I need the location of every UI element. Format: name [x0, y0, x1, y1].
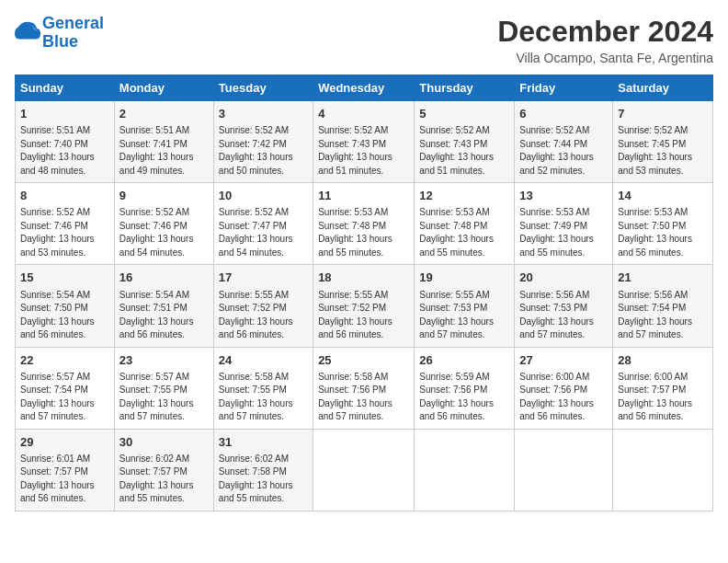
day-info: Sunrise: 5:53 AMSunset: 7:48 PMDaylight:… [318, 206, 409, 259]
day-info: Sunrise: 5:57 AMSunset: 7:55 PMDaylight:… [119, 371, 209, 424]
calendar-cell: 29Sunrise: 6:01 AMSunset: 7:57 PMDayligh… [16, 429, 115, 511]
day-info: Sunrise: 6:01 AMSunset: 7:57 PMDaylight:… [20, 453, 109, 506]
day-info: Sunrise: 5:53 AMSunset: 7:49 PMDaylight:… [519, 206, 608, 259]
day-info: Sunrise: 5:51 AMSunset: 7:40 PMDaylight:… [20, 124, 109, 178]
day-number: 6 [519, 106, 608, 122]
day-number: 9 [119, 188, 209, 204]
calendar-cell [515, 429, 613, 511]
day-number: 1 [20, 106, 109, 122]
calendar-cell: 7Sunrise: 5:52 AMSunset: 7:45 PMDaylight… [613, 101, 713, 183]
calendar-cell: 24Sunrise: 5:58 AMSunset: 7:55 PMDayligh… [213, 347, 313, 429]
calendar-week-row: 1Sunrise: 5:51 AMSunset: 7:40 PMDaylight… [16, 101, 713, 183]
calendar-header-row: Sunday Monday Tuesday Wednesday Thursday… [16, 75, 713, 101]
col-friday: Friday [515, 75, 613, 101]
day-info: Sunrise: 5:58 AMSunset: 7:55 PMDaylight:… [219, 371, 308, 424]
day-info: Sunrise: 5:52 AMSunset: 7:45 PMDaylight:… [618, 124, 708, 178]
day-number: 25 [318, 352, 409, 369]
logo-icon [15, 20, 40, 46]
col-tuesday: Tuesday [213, 75, 313, 101]
calendar-cell: 6Sunrise: 5:52 AMSunset: 7:44 PMDaylight… [515, 101, 613, 183]
day-info: Sunrise: 5:54 AMSunset: 7:51 PMDaylight:… [119, 289, 209, 342]
day-info: Sunrise: 6:00 AMSunset: 7:57 PMDaylight:… [618, 371, 708, 424]
day-info: Sunrise: 5:54 AMSunset: 7:50 PMDaylight:… [20, 289, 109, 342]
calendar-cell: 9Sunrise: 5:52 AMSunset: 7:46 PMDaylight… [114, 183, 213, 265]
calendar-cell [415, 429, 515, 511]
day-number: 15 [20, 270, 109, 286]
calendar-cell: 17Sunrise: 5:55 AMSunset: 7:52 PMDayligh… [213, 265, 313, 347]
calendar-cell: 8Sunrise: 5:52 AMSunset: 7:46 PMDaylight… [16, 183, 115, 265]
calendar-cell: 19Sunrise: 5:55 AMSunset: 7:53 PMDayligh… [415, 265, 515, 347]
day-number: 29 [20, 434, 109, 451]
page-header: General Blue December 2024 Villa Ocampo,… [15, 15, 713, 65]
calendar-cell: 2Sunrise: 5:51 AMSunset: 7:41 PMDaylight… [114, 101, 213, 183]
day-number: 24 [219, 352, 308, 369]
day-info: Sunrise: 5:56 AMSunset: 7:54 PMDaylight:… [618, 289, 708, 342]
calendar-header: December 2024 Villa Ocampo, Santa Fe, Ar… [497, 15, 713, 65]
calendar-cell: 20Sunrise: 5:56 AMSunset: 7:53 PMDayligh… [515, 265, 613, 347]
day-number: 26 [419, 352, 509, 369]
calendar-cell: 25Sunrise: 5:58 AMSunset: 7:56 PMDayligh… [313, 347, 415, 429]
calendar-cell: 18Sunrise: 5:55 AMSunset: 7:52 PMDayligh… [313, 265, 415, 347]
calendar-cell [613, 429, 713, 511]
calendar-cell: 15Sunrise: 5:54 AMSunset: 7:50 PMDayligh… [16, 265, 115, 347]
calendar-week-row: 15Sunrise: 5:54 AMSunset: 7:50 PMDayligh… [16, 265, 713, 347]
calendar-cell [313, 429, 415, 511]
day-info: Sunrise: 5:52 AMSunset: 7:46 PMDaylight:… [119, 206, 209, 259]
day-info: Sunrise: 5:53 AMSunset: 7:48 PMDaylight:… [419, 206, 509, 259]
day-info: Sunrise: 5:52 AMSunset: 7:43 PMDaylight:… [419, 124, 509, 178]
col-saturday: Saturday [613, 75, 713, 101]
calendar-week-row: 8Sunrise: 5:52 AMSunset: 7:46 PMDaylight… [16, 183, 713, 265]
day-info: Sunrise: 5:55 AMSunset: 7:53 PMDaylight:… [419, 289, 509, 342]
day-info: Sunrise: 5:59 AMSunset: 7:56 PMDaylight:… [419, 371, 509, 424]
calendar-cell: 1Sunrise: 5:51 AMSunset: 7:40 PMDaylight… [16, 101, 115, 183]
day-number: 30 [119, 434, 209, 451]
calendar-subtitle: Villa Ocampo, Santa Fe, Argentina [497, 51, 713, 65]
day-info: Sunrise: 5:56 AMSunset: 7:53 PMDaylight:… [519, 289, 608, 342]
day-info: Sunrise: 6:02 AMSunset: 7:57 PMDaylight:… [119, 453, 209, 506]
calendar-cell: 13Sunrise: 5:53 AMSunset: 7:49 PMDayligh… [515, 183, 613, 265]
calendar-cell: 23Sunrise: 5:57 AMSunset: 7:55 PMDayligh… [114, 347, 213, 429]
day-number: 18 [318, 270, 409, 286]
day-number: 2 [119, 106, 209, 122]
day-info: Sunrise: 5:52 AMSunset: 7:42 PMDaylight:… [219, 124, 308, 178]
calendar-cell: 21Sunrise: 5:56 AMSunset: 7:54 PMDayligh… [613, 265, 713, 347]
day-number: 16 [119, 270, 209, 286]
day-number: 5 [419, 106, 509, 122]
calendar-cell: 4Sunrise: 5:52 AMSunset: 7:43 PMDaylight… [313, 101, 415, 183]
calendar-cell: 30Sunrise: 6:02 AMSunset: 7:57 PMDayligh… [114, 429, 213, 511]
calendar-title: December 2024 [497, 15, 713, 49]
day-number: 4 [318, 106, 409, 122]
day-number: 21 [618, 270, 708, 286]
calendar-cell: 28Sunrise: 6:00 AMSunset: 7:57 PMDayligh… [613, 347, 713, 429]
day-info: Sunrise: 5:55 AMSunset: 7:52 PMDaylight:… [318, 289, 409, 342]
calendar-cell: 3Sunrise: 5:52 AMSunset: 7:42 PMDaylight… [213, 101, 313, 183]
day-info: Sunrise: 5:58 AMSunset: 7:56 PMDaylight:… [318, 371, 409, 424]
day-number: 20 [519, 270, 608, 286]
day-info: Sunrise: 5:53 AMSunset: 7:50 PMDaylight:… [618, 206, 708, 259]
day-info: Sunrise: 5:55 AMSunset: 7:52 PMDaylight:… [219, 289, 308, 342]
calendar-cell: 5Sunrise: 5:52 AMSunset: 7:43 PMDaylight… [415, 101, 515, 183]
day-number: 8 [20, 188, 109, 204]
day-number: 13 [519, 188, 608, 204]
calendar-cell: 31Sunrise: 6:02 AMSunset: 7:58 PMDayligh… [213, 429, 313, 511]
calendar-cell: 14Sunrise: 5:53 AMSunset: 7:50 PMDayligh… [613, 183, 713, 265]
calendar-week-row: 29Sunrise: 6:01 AMSunset: 7:57 PMDayligh… [16, 429, 713, 511]
col-wednesday: Wednesday [313, 75, 415, 101]
day-number: 23 [119, 352, 209, 369]
calendar-cell: 11Sunrise: 5:53 AMSunset: 7:48 PMDayligh… [313, 183, 415, 265]
day-info: Sunrise: 5:57 AMSunset: 7:54 PMDaylight:… [20, 371, 109, 424]
day-info: Sunrise: 5:52 AMSunset: 7:46 PMDaylight:… [20, 206, 109, 259]
day-info: Sunrise: 6:02 AMSunset: 7:58 PMDaylight:… [219, 453, 308, 506]
calendar-cell: 16Sunrise: 5:54 AMSunset: 7:51 PMDayligh… [114, 265, 213, 347]
day-info: Sunrise: 5:52 AMSunset: 7:47 PMDaylight:… [219, 206, 308, 259]
day-number: 19 [419, 270, 509, 286]
logo: General Blue [15, 15, 104, 52]
day-number: 17 [219, 270, 308, 286]
calendar-table: Sunday Monday Tuesday Wednesday Thursday… [15, 75, 713, 511]
day-info: Sunrise: 5:52 AMSunset: 7:43 PMDaylight:… [318, 124, 409, 178]
day-number: 7 [618, 106, 708, 122]
col-monday: Monday [114, 75, 213, 101]
calendar-cell: 27Sunrise: 6:00 AMSunset: 7:56 PMDayligh… [515, 347, 613, 429]
day-number: 12 [419, 188, 509, 204]
calendar-cell: 10Sunrise: 5:52 AMSunset: 7:47 PMDayligh… [213, 183, 313, 265]
